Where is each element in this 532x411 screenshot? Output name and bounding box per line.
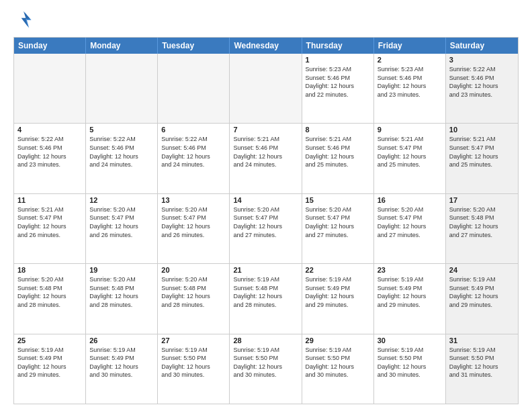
calendar-header: SundayMondayTuesdayWednesdayThursdayFrid… [14,38,518,54]
calendar-cell: 20Sunrise: 5:20 AM Sunset: 5:48 PM Dayli… [158,264,230,333]
day-number: 30 [378,336,442,345]
day-number: 5 [89,126,154,134]
calendar-cell: 12Sunrise: 5:20 AM Sunset: 5:47 PM Dayli… [86,194,158,263]
cell-details: Sunrise: 5:19 AM Sunset: 5:50 PM Dayligh… [378,346,442,379]
calendar-cell: 14Sunrise: 5:20 AM Sunset: 5:47 PM Dayli… [230,194,302,263]
day-number: 20 [161,266,226,274]
calendar-row: 18Sunrise: 5:20 AM Sunset: 5:48 PM Dayli… [14,264,518,334]
cell-details: Sunrise: 5:19 AM Sunset: 5:50 PM Dayligh… [306,346,370,379]
calendar-cell: 1Sunrise: 5:23 AM Sunset: 5:46 PM Daylig… [302,54,374,123]
cell-details: Sunrise: 5:19 AM Sunset: 5:50 PM Dayligh… [161,346,226,379]
day-number: 12 [89,196,154,204]
calendar-cell [230,54,302,123]
svg-marker-1 [21,11,30,27]
day-number: 13 [161,196,226,204]
cell-details: Sunrise: 5:22 AM Sunset: 5:46 PM Dayligh… [161,135,226,169]
day-number: 21 [233,266,298,274]
cell-details: Sunrise: 5:21 AM Sunset: 5:47 PM Dayligh… [449,135,515,169]
day-number: 31 [449,336,515,345]
calendar-cell: 25Sunrise: 5:19 AM Sunset: 5:49 PM Dayli… [14,334,86,404]
calendar-cell: 21Sunrise: 5:19 AM Sunset: 5:48 PM Dayli… [230,264,302,333]
calendar-cell: 15Sunrise: 5:20 AM Sunset: 5:47 PM Dayli… [302,194,374,263]
day-number: 2 [378,56,442,64]
calendar-cell: 24Sunrise: 5:19 AM Sunset: 5:49 PM Dayli… [446,264,518,333]
day-number: 1 [306,56,370,64]
day-number: 24 [449,266,515,274]
header [13,10,519,30]
day-number: 27 [161,336,226,345]
cell-details: Sunrise: 5:23 AM Sunset: 5:46 PM Dayligh… [378,65,442,99]
day-number: 8 [306,126,370,134]
calendar-cell: 4Sunrise: 5:22 AM Sunset: 5:46 PM Daylig… [14,124,86,193]
weekday-header: Wednesday [230,38,302,54]
cell-details: Sunrise: 5:20 AM Sunset: 5:47 PM Dayligh… [161,205,226,239]
calendar-cell: 8Sunrise: 5:21 AM Sunset: 5:46 PM Daylig… [302,124,374,193]
day-number: 16 [378,196,442,204]
calendar-cell: 11Sunrise: 5:21 AM Sunset: 5:47 PM Dayli… [14,194,86,263]
cell-details: Sunrise: 5:20 AM Sunset: 5:48 PM Dayligh… [161,275,226,309]
calendar-cell: 10Sunrise: 5:21 AM Sunset: 5:47 PM Dayli… [446,124,518,193]
calendar-row: 11Sunrise: 5:21 AM Sunset: 5:47 PM Dayli… [14,194,518,264]
cell-details: Sunrise: 5:19 AM Sunset: 5:48 PM Dayligh… [233,275,298,309]
cell-details: Sunrise: 5:22 AM Sunset: 5:46 PM Dayligh… [17,135,82,169]
weekday-header: Thursday [302,38,374,54]
calendar-cell: 7Sunrise: 5:21 AM Sunset: 5:46 PM Daylig… [230,124,302,193]
weekday-header: Tuesday [158,38,230,54]
cell-details: Sunrise: 5:20 AM Sunset: 5:47 PM Dayligh… [89,205,154,239]
logo [13,10,36,30]
cell-details: Sunrise: 5:20 AM Sunset: 5:48 PM Dayligh… [17,275,82,309]
weekday-header: Saturday [446,38,518,54]
day-number: 26 [89,336,154,345]
day-number: 14 [233,196,298,204]
calendar-cell: 2Sunrise: 5:23 AM Sunset: 5:46 PM Daylig… [374,54,446,123]
cell-details: Sunrise: 5:20 AM Sunset: 5:48 PM Dayligh… [449,205,515,239]
cell-details: Sunrise: 5:19 AM Sunset: 5:49 PM Dayligh… [449,275,515,309]
calendar-cell: 16Sunrise: 5:20 AM Sunset: 5:47 PM Dayli… [374,194,446,263]
cell-details: Sunrise: 5:19 AM Sunset: 5:49 PM Dayligh… [17,346,82,379]
calendar-cell: 29Sunrise: 5:19 AM Sunset: 5:50 PM Dayli… [302,334,374,404]
cell-details: Sunrise: 5:23 AM Sunset: 5:46 PM Dayligh… [306,65,370,99]
day-number: 4 [17,126,82,134]
cell-details: Sunrise: 5:20 AM Sunset: 5:47 PM Dayligh… [378,205,442,239]
cell-details: Sunrise: 5:21 AM Sunset: 5:46 PM Dayligh… [306,135,370,169]
calendar-cell: 30Sunrise: 5:19 AM Sunset: 5:50 PM Dayli… [374,334,446,404]
cell-details: Sunrise: 5:22 AM Sunset: 5:46 PM Dayligh… [89,135,154,169]
day-number: 11 [17,196,82,204]
page: SundayMondayTuesdayWednesdayThursdayFrid… [0,0,532,411]
cell-details: Sunrise: 5:21 AM Sunset: 5:47 PM Dayligh… [17,205,82,239]
weekday-header: Friday [374,38,446,54]
day-number: 23 [378,266,442,274]
calendar-cell [86,54,158,123]
day-number: 18 [17,266,82,274]
day-number: 17 [449,196,515,204]
logo-icon [13,10,34,30]
day-number: 29 [306,336,370,345]
calendar-cell: 27Sunrise: 5:19 AM Sunset: 5:50 PM Dayli… [158,334,230,404]
day-number: 3 [449,56,515,64]
calendar-row: 1Sunrise: 5:23 AM Sunset: 5:46 PM Daylig… [14,54,518,124]
day-number: 22 [306,266,370,274]
cell-details: Sunrise: 5:19 AM Sunset: 5:50 PM Dayligh… [449,346,515,379]
cell-details: Sunrise: 5:20 AM Sunset: 5:47 PM Dayligh… [306,205,370,239]
calendar-cell: 26Sunrise: 5:19 AM Sunset: 5:49 PM Dayli… [86,334,158,404]
day-number: 6 [161,126,226,134]
calendar-cell: 19Sunrise: 5:20 AM Sunset: 5:48 PM Dayli… [86,264,158,333]
cell-details: Sunrise: 5:19 AM Sunset: 5:49 PM Dayligh… [89,346,154,379]
day-number: 15 [306,196,370,204]
calendar-cell: 3Sunrise: 5:22 AM Sunset: 5:46 PM Daylig… [446,54,518,123]
calendar-cell: 17Sunrise: 5:20 AM Sunset: 5:48 PM Dayli… [446,194,518,263]
cell-details: Sunrise: 5:19 AM Sunset: 5:49 PM Dayligh… [378,275,442,309]
calendar-cell: 9Sunrise: 5:21 AM Sunset: 5:47 PM Daylig… [374,124,446,193]
calendar-cell: 5Sunrise: 5:22 AM Sunset: 5:46 PM Daylig… [86,124,158,193]
cell-details: Sunrise: 5:21 AM Sunset: 5:46 PM Dayligh… [233,135,298,169]
day-number: 9 [378,126,442,134]
calendar-cell: 23Sunrise: 5:19 AM Sunset: 5:49 PM Dayli… [374,264,446,333]
calendar-row: 25Sunrise: 5:19 AM Sunset: 5:49 PM Dayli… [14,334,518,404]
day-number: 25 [17,336,82,345]
calendar-cell: 18Sunrise: 5:20 AM Sunset: 5:48 PM Dayli… [14,264,86,333]
weekday-header: Monday [86,38,158,54]
weekday-header: Sunday [14,38,86,54]
day-number: 19 [89,266,154,274]
cell-details: Sunrise: 5:20 AM Sunset: 5:48 PM Dayligh… [89,275,154,309]
cell-details: Sunrise: 5:19 AM Sunset: 5:50 PM Dayligh… [233,346,298,379]
